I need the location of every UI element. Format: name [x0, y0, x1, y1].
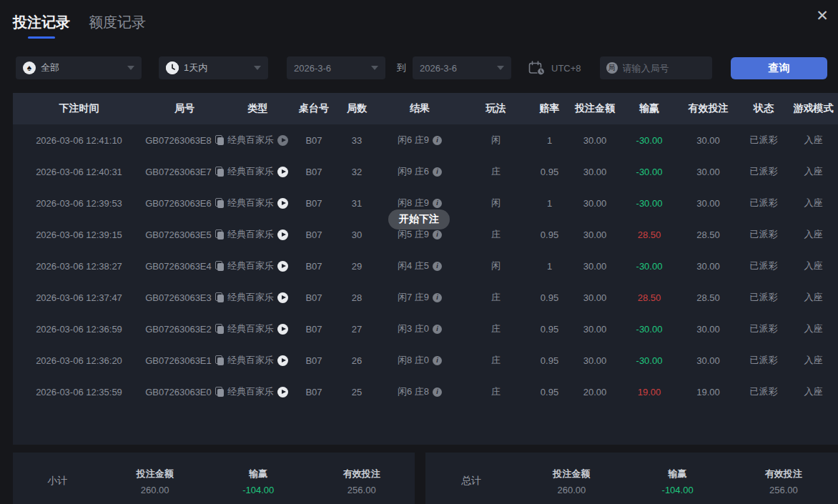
play-side: 庄 [462, 291, 530, 304]
table-number: B07 [292, 229, 336, 240]
odds: 0.95 [530, 167, 569, 177]
to-label: 到 [397, 61, 406, 74]
table-row: 2026-03-06 12:37:47 GB07263063E3 经典百家乐 B… [13, 282, 838, 313]
info-icon[interactable]: i [433, 167, 442, 177]
info-icon[interactable]: i [433, 262, 442, 271]
valid-bet: 30.00 [678, 198, 739, 209]
info-icon[interactable]: i [433, 199, 442, 208]
play-side: 庄 [462, 322, 530, 335]
copy-icon[interactable] [215, 229, 224, 239]
round-id-cell: GB07263063E4 [145, 261, 224, 272]
search-button[interactable]: 查询 [731, 57, 827, 79]
win-loss: -30.00 [621, 261, 678, 272]
chevron-down-icon [254, 66, 261, 70]
toast-start-betting: 开始下注 [388, 209, 450, 229]
play-icon[interactable] [277, 261, 288, 272]
play-side: 闲 [462, 260, 530, 272]
column-header: 有效投注 [678, 102, 739, 115]
round-input[interactable] [623, 63, 706, 74]
bet-time: 2026-03-06 12:38:27 [13, 261, 145, 272]
play-side: 庄 [462, 228, 530, 241]
info-icon[interactable]: i [433, 356, 442, 365]
tab-quota-records[interactable]: 额度记录 [89, 13, 146, 39]
play-icon[interactable] [277, 292, 288, 303]
round-id-cell: GB07263063E8 [145, 135, 224, 146]
round-id: GB07263063E0 [145, 387, 212, 397]
play-icon[interactable] [277, 324, 288, 335]
close-icon[interactable]: ✕ [812, 6, 832, 26]
copy-icon[interactable] [215, 387, 224, 397]
bet-amount: 30.00 [569, 261, 621, 272]
play-icon[interactable] [277, 167, 288, 177]
copy-icon[interactable] [215, 261, 224, 271]
column-header: 下注时间 [13, 102, 145, 115]
table-row: 2026-03-06 12:35:59 GB07263063E0 经典百家乐 B… [13, 376, 838, 407]
win-loss: 28.50 [621, 292, 678, 303]
copy-icon[interactable] [215, 167, 224, 177]
play-icon[interactable] [277, 198, 288, 209]
result-value: 闲8 庄0 [398, 354, 429, 367]
round-id-cell: GB07263063E6 [145, 198, 224, 209]
round-count: 25 [336, 387, 378, 397]
copy-icon[interactable] [215, 292, 224, 302]
odds: 0.95 [530, 292, 569, 303]
result-cell: 闲4 庄5 i [378, 260, 462, 272]
date-to-select[interactable]: 2026-3-6 [413, 56, 511, 79]
win-loss: -30.00 [621, 135, 678, 146]
status: 已派彩 [739, 260, 789, 272]
copy-icon[interactable] [215, 355, 224, 365]
info-icon[interactable]: i [433, 293, 442, 302]
subtotal-label: 小计 [47, 475, 67, 488]
bet-time: 2026-03-06 12:39:15 [13, 229, 145, 240]
game-type: 经典百家乐 [227, 291, 274, 304]
game-type: 经典百家乐 [227, 322, 274, 335]
round-count: 28 [336, 292, 378, 303]
game-type-select[interactable]: ♠ 全部 [16, 56, 142, 79]
bet-amount: 30.00 [569, 198, 621, 209]
copy-icon[interactable] [215, 324, 224, 334]
date-from-select[interactable]: 2026-3-6 [287, 56, 385, 79]
copy-icon[interactable] [215, 198, 224, 208]
chevron-down-icon [371, 66, 378, 70]
odds: 0.95 [530, 387, 569, 397]
status: 已派彩 [739, 385, 789, 398]
play-icon[interactable] [277, 387, 288, 397]
play-icon[interactable] [277, 229, 288, 240]
subtotal-panel: 小计 投注金额 260.00 输赢 -104.00 有效投注 256.00 [13, 453, 415, 504]
odds: 0.95 [530, 355, 569, 366]
subtotal-valid-bet: 有效投注 256.00 [343, 468, 380, 495]
win-loss: 19.00 [621, 387, 678, 397]
total-label: 总计 [461, 475, 481, 488]
info-icon[interactable]: i [433, 230, 442, 239]
valid-bet: 30.00 [678, 355, 739, 366]
tab-bet-records[interactable]: 投注记录 [13, 13, 70, 39]
table-number: B07 [292, 198, 336, 209]
bet-time: 2026-03-06 12:39:53 [13, 198, 145, 209]
play-side: 闲 [462, 134, 530, 147]
odds: 1 [530, 198, 569, 209]
valid-bet: 28.50 [678, 229, 739, 240]
play-icon[interactable] [277, 135, 288, 146]
copy-icon[interactable] [215, 135, 224, 145]
valid-bet: 28.50 [678, 292, 739, 303]
round-icon: 局 [606, 62, 618, 74]
column-header: 类型 [224, 102, 292, 115]
play-icon[interactable] [277, 355, 288, 366]
total-winloss: 输赢 -104.00 [662, 468, 694, 495]
table-number: B07 [292, 261, 336, 272]
game-type-cell: 经典百家乐 [224, 228, 292, 241]
info-icon[interactable]: i [433, 136, 442, 145]
time-range-select[interactable]: 1天内 [159, 56, 268, 79]
result-cell: 闲9 庄6 i [378, 165, 462, 178]
game-type: 经典百家乐 [227, 165, 274, 178]
game-mode: 入座 [789, 134, 838, 147]
result-value: 闲4 庄5 [398, 260, 429, 272]
table-row: 2026-03-06 12:38:27 GB07263063E4 经典百家乐 B… [13, 250, 838, 282]
info-icon[interactable]: i [433, 387, 442, 397]
status: 已派彩 [739, 165, 789, 178]
status: 已派彩 [739, 354, 789, 367]
info-icon[interactable]: i [433, 325, 442, 334]
result-value: 闲8 庄9 [398, 197, 429, 209]
chevron-down-icon [497, 66, 504, 70]
game-mode: 入座 [789, 291, 838, 304]
